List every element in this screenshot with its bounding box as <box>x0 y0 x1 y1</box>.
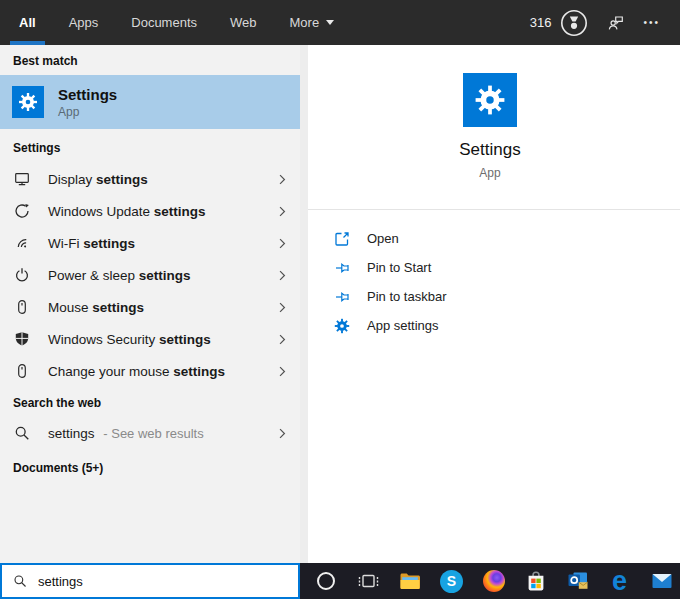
rewards-medal-icon <box>560 9 588 37</box>
bottom-bar: S e <box>0 563 680 599</box>
mouse-icon <box>14 299 30 315</box>
chevron-right-icon <box>279 366 286 377</box>
skype-icon: S <box>440 570 463 593</box>
taskbar-search-box[interactable] <box>0 563 300 599</box>
pin-icon <box>334 260 350 276</box>
context-action-pin-to-taskbar[interactable]: Pin to taskbar <box>334 282 680 311</box>
edge-icon: e <box>612 570 627 592</box>
settings-app-tile <box>12 86 44 118</box>
best-match-header: Best match <box>0 45 300 75</box>
rewards-count: 316 <box>530 15 552 30</box>
best-match-subtitle: App <box>58 105 117 119</box>
chevron-right-icon <box>279 238 286 249</box>
tab-web[interactable]: Web <box>227 0 260 45</box>
wifi-icon <box>14 235 30 251</box>
best-match-title: Settings <box>58 86 117 103</box>
search-web-header: Search the web <box>0 387 300 417</box>
taskbar-outlook-button[interactable] <box>565 568 590 594</box>
chevron-right-icon <box>279 302 286 313</box>
result-item-mouse-settings[interactable]: Mouse settings <box>0 291 300 323</box>
pin-icon <box>334 289 350 305</box>
taskbar-firefox-button[interactable] <box>481 568 506 594</box>
filter-tabs: All Apps Documents Web More <box>0 0 364 45</box>
chevron-right-icon <box>279 334 286 345</box>
power-icon <box>14 267 30 283</box>
open-icon <box>334 231 350 247</box>
taskbar-edge-button[interactable]: e <box>607 568 632 594</box>
taskbar-skype-button[interactable]: S <box>439 568 464 594</box>
preview-title: Settings <box>300 139 680 161</box>
search-icon <box>14 425 30 441</box>
settings-section-header: Settings <box>0 129 300 163</box>
search-results-area: Best match Settings App Settings Display… <box>0 45 680 563</box>
chevron-right-icon <box>279 174 286 185</box>
context-actions: Open Pin to Start Pin to taskbar App set… <box>300 210 680 340</box>
settings-app-tile-large <box>463 73 517 127</box>
result-item-display-settings[interactable]: Display settings <box>0 163 300 195</box>
rewards-button[interactable]: 316 <box>530 9 589 37</box>
file-explorer-icon <box>398 569 422 593</box>
result-item-windows-security-settings[interactable]: Windows Security settings <box>0 323 300 355</box>
monitor-icon <box>14 171 30 187</box>
documents-section-header: Documents (5+) <box>0 449 300 483</box>
taskbar-mail-button[interactable] <box>649 568 674 594</box>
feedback-icon[interactable] <box>607 14 624 31</box>
cortana-icon <box>317 572 335 590</box>
result-item-web-search[interactable]: settings - See web results <box>0 417 300 449</box>
result-item-power-sleep-settings[interactable]: Power & sleep settings <box>0 259 300 291</box>
microsoft-store-icon <box>524 569 548 593</box>
topbar-actions: 316 ••• <box>530 9 680 37</box>
chevron-right-icon <box>279 428 286 439</box>
result-item-change-mouse-settings[interactable]: Change your mouse settings <box>0 355 300 387</box>
results-panel: Best match Settings App Settings Display… <box>0 45 300 563</box>
chevron-right-icon <box>279 270 286 281</box>
context-action-open[interactable]: Open <box>334 224 680 253</box>
taskbar-store-button[interactable] <box>523 568 548 594</box>
tab-apps[interactable]: Apps <box>66 0 102 45</box>
best-match-result-settings[interactable]: Settings App <box>0 75 300 129</box>
tab-all[interactable]: All <box>16 0 39 45</box>
taskbar-task-view-button[interactable] <box>355 568 380 594</box>
chevron-right-icon <box>279 206 286 217</box>
task-view-icon <box>356 569 380 593</box>
search-filter-bar: All Apps Documents Web More 316 ••• <box>0 0 680 45</box>
tab-more[interactable]: More <box>287 0 338 45</box>
tab-documents[interactable]: Documents <box>128 0 200 45</box>
taskbar-cortana-button[interactable] <box>313 568 338 594</box>
more-options-icon[interactable]: ••• <box>643 18 660 28</box>
context-action-app-settings[interactable]: App settings <box>334 311 680 340</box>
taskbar-file-explorer-button[interactable] <box>397 568 422 594</box>
result-item-windows-update-settings[interactable]: Windows Update settings <box>0 195 300 227</box>
preview-subtitle: App <box>300 165 680 181</box>
result-item-wifi-settings[interactable]: Wi-Fi settings <box>0 227 300 259</box>
gear-icon <box>334 318 350 334</box>
mouse-icon <box>14 363 30 379</box>
firefox-icon <box>483 570 505 592</box>
search-input[interactable] <box>38 574 268 589</box>
context-action-pin-to-start[interactable]: Pin to Start <box>334 253 680 282</box>
mail-icon <box>650 569 674 593</box>
web-results-hint: - See web results <box>103 426 203 441</box>
outlook-icon <box>566 569 590 593</box>
search-icon <box>13 574 27 588</box>
shield-icon <box>14 331 30 347</box>
taskbar: S e <box>300 563 680 599</box>
refresh-icon <box>14 203 30 219</box>
app-preview: Settings App <box>300 45 680 181</box>
chevron-down-icon <box>326 20 334 25</box>
preview-panel: Settings App Open Pin to Start Pin to ta… <box>300 45 680 563</box>
